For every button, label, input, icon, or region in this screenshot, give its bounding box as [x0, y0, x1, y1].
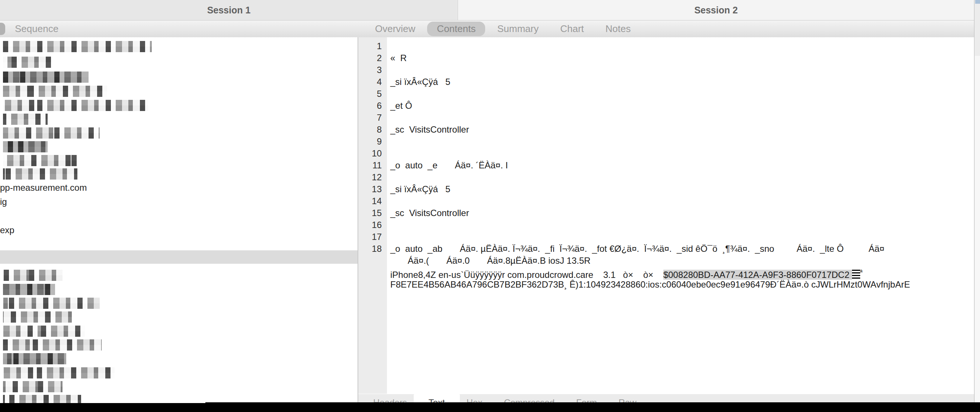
code-line: _si ïxÂ«Çÿá 5 — [390, 76, 910, 88]
tab-chart[interactable]: Chart — [560, 23, 584, 35]
code-line — [390, 64, 910, 76]
redacted-list-item[interactable] — [3, 311, 72, 323]
redacted-list-item[interactable] — [3, 41, 152, 52]
line-number: 18 — [358, 243, 382, 255]
view-tab-bar: Sequence OverviewContentsSummaryChartNot… — [0, 21, 974, 38]
code-line — [390, 136, 910, 147]
line-number: 2 — [358, 52, 382, 64]
line-number: 5 — [358, 88, 382, 100]
tab-session-2[interactable]: Session 2 — [458, 0, 974, 21]
charles-proxy-window: Session 1 Session 2 Sequence OverviewCon… — [0, 0, 980, 412]
redacted-list-item[interactable] — [3, 381, 62, 392]
redacted-list-item[interactable] — [3, 86, 107, 97]
line-number: 11 — [358, 160, 382, 171]
redacted-list-item[interactable] — [3, 367, 115, 378]
session-tab-bar: Session 1 Session 2 — [0, 0, 980, 21]
redacted-list-item[interactable] — [3, 128, 100, 139]
session-1-label: Session 1 — [207, 5, 251, 16]
redacted-list-item[interactable] — [3, 284, 55, 295]
line-number-gutter: 123456789101112131415161718 — [358, 37, 387, 394]
tab-summary[interactable]: Summary — [497, 23, 538, 35]
tab-overview[interactable]: Overview — [375, 23, 415, 35]
code-line — [390, 195, 910, 207]
line-number: 1 — [358, 40, 382, 52]
line-number: 8 — [358, 124, 382, 136]
code-line — [390, 171, 910, 183]
line-number: 7 — [358, 112, 382, 124]
tab-notes[interactable]: Notes — [605, 23, 631, 35]
list-item[interactable]: exp — [0, 225, 14, 235]
line-number: 3 — [358, 64, 382, 76]
line-number: 12 — [358, 171, 382, 183]
code-line: _o auto _e Áä¤. ´ËÀä¤. I — [390, 160, 910, 171]
line-number: 4 — [358, 76, 382, 88]
code-line-wrap: iPhone8,4Z en-us`Üüÿÿÿÿÿÿr com.proudcrow… — [390, 267, 910, 279]
line-number: 15 — [358, 207, 382, 219]
session-2-label: Session 2 — [694, 5, 738, 16]
code-line — [390, 147, 910, 160]
sequence-list-panel[interactable]: pp-measurement.comigexp — [0, 37, 358, 412]
redacted-list-item[interactable] — [3, 155, 77, 166]
redacted-list-item[interactable] — [3, 72, 89, 83]
redacted-list-item[interactable] — [3, 141, 48, 152]
redacted-list-item[interactable] — [3, 113, 48, 125]
unknown-glyph-icon — [852, 270, 860, 279]
line-number: 17 — [358, 231, 382, 243]
line-number: 9 — [358, 136, 382, 147]
code-line: « R — [390, 52, 910, 64]
code-line-wrap: F8E7EE4B56AB46A796CB7B2BF362D73B¸ Ê)1:10… — [390, 279, 910, 291]
redacted-list-item[interactable] — [3, 100, 148, 111]
tab-contents[interactable]: Contents — [427, 22, 485, 36]
code-line-wrap: Áä¤.( Áä¤.0 Áä¤.8µËÀä¤.B iosJ 13.5R — [390, 255, 910, 267]
view-tabs-group: OverviewContentsSummaryChartNotes — [375, 21, 631, 37]
code-line: _et Ô — [390, 100, 910, 112]
redacted-list-item[interactable] — [3, 270, 62, 281]
redacted-list-item[interactable] — [3, 168, 77, 180]
line-number: 10 — [358, 147, 382, 160]
line-number: 6 — [358, 100, 382, 112]
code-line: _sc VisitsController — [390, 207, 910, 219]
tab-session-1[interactable]: Session 1 — [0, 0, 458, 21]
redacted-list-item[interactable] — [3, 339, 102, 351]
tab-sequence[interactable]: Sequence — [15, 23, 59, 35]
code-line — [390, 88, 910, 100]
code-line — [390, 112, 910, 124]
code-line — [390, 231, 910, 243]
code-line — [390, 40, 910, 52]
structure-toggle-button[interactable] — [0, 23, 5, 35]
contents-text-view[interactable]: « R_si ïxÂ«Çÿá 5_et Ô_sc VisitsControlle… — [387, 37, 974, 394]
redacted-list-item[interactable] — [3, 326, 85, 337]
screenshot-cutoff — [0, 403, 980, 412]
code-line: _si ïxÂ«Çÿá 5 — [390, 183, 910, 195]
redacted-list-item[interactable] — [3, 57, 51, 68]
redacted-list-item[interactable] — [3, 298, 100, 309]
list-separator-band — [0, 250, 358, 264]
line-number: 13 — [358, 183, 382, 195]
background-window-edge — [974, 0, 980, 412]
line-number: 14 — [358, 195, 382, 207]
list-item[interactable]: pp-measurement.com — [0, 182, 87, 193]
background-window-accent — [975, 0, 980, 4]
code-line — [390, 219, 910, 231]
redacted-list-item[interactable] — [3, 353, 66, 364]
line-number: 16 — [358, 219, 382, 231]
selected-text-highlight: $008280BD-AA77-412A-A9F3-8860F0717DC2 — [663, 270, 852, 280]
list-item[interactable]: ig — [0, 197, 7, 207]
code-line: _sc VisitsController — [390, 124, 910, 136]
code-line: _o auto _ab Áä¤. µËÀä¤. Ï¬¾ä¤. _fi Ï¬¾ä¤… — [390, 243, 910, 255]
